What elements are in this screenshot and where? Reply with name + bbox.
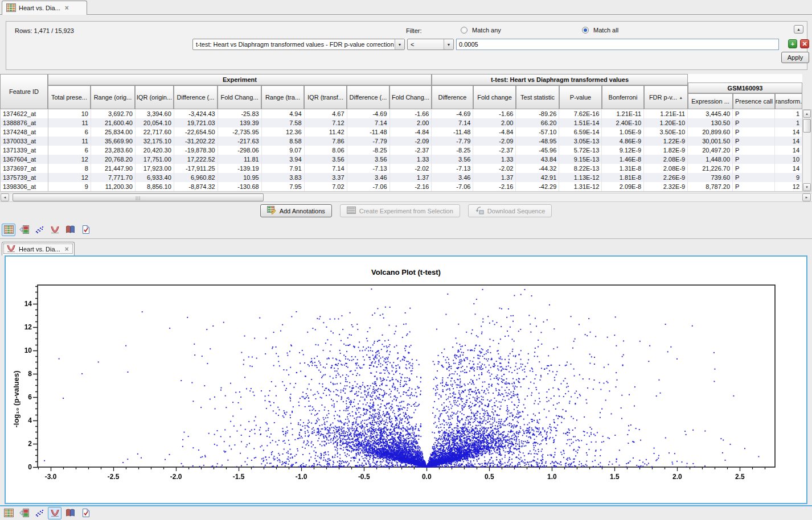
- scroll-down-icon[interactable]: ▼: [803, 183, 811, 191]
- ttest-group-header[interactable]: t-test: Heart vs Diaphragm transformed v…: [432, 74, 688, 85]
- x-tick-label: -2.5: [108, 473, 120, 481]
- experiment-group-header[interactable]: Experiment: [48, 74, 432, 85]
- table-cell: 20,497.20: [688, 146, 733, 155]
- y-tick-label: 0: [6, 463, 32, 471]
- download-sequence-button[interactable]: Download Sequence: [468, 204, 552, 217]
- column-header[interactable]: Transform...: [775, 93, 802, 109]
- column-header[interactable]: Difference (...: [347, 85, 389, 109]
- tab-table-view[interactable]: Heart vs. Dia... ×: [2, 1, 87, 15]
- collapse-filter-button[interactable]: ▲: [794, 25, 803, 34]
- column-header[interactable]: P-value: [559, 85, 602, 109]
- table-row[interactable]: 1374622_at103,692.703,394.60-3,424.43-25…: [1, 109, 802, 118]
- table-cell: 9: [775, 173, 802, 182]
- table-cell: 21,447.90: [91, 164, 136, 173]
- table-view-button[interactable]: [2, 224, 15, 236]
- experiment-view-button[interactable]: [17, 507, 31, 519]
- book-view-button[interactable]: [63, 224, 77, 236]
- table-cell: 14: [775, 164, 802, 173]
- apply-button[interactable]: Apply: [781, 52, 809, 63]
- plot-view-toolbar-strip: [0, 505, 812, 520]
- vertical-scrollbar[interactable]: ▲ ▼: [802, 109, 811, 192]
- report-view-button[interactable]: [79, 507, 92, 519]
- scroll-right-icon[interactable]: ►: [802, 193, 811, 201]
- x-tick-label: 0.5: [485, 473, 494, 481]
- table-row[interactable]: 1371339_at623,283.6020,420.30-19,878.30-…: [1, 146, 802, 155]
- table-cell: 7.14: [432, 118, 473, 127]
- scatter-plot-view-button[interactable]: [32, 224, 46, 236]
- table-cell: 9: [48, 182, 91, 191]
- column-header[interactable]: IQR (transf...: [304, 85, 347, 109]
- column-header[interactable]: Difference: [432, 85, 473, 109]
- table-cell: 1367604_at: [1, 155, 48, 164]
- scroll-left-icon[interactable]: ◄: [1, 193, 9, 201]
- match-any-radio[interactable]: Match any: [461, 27, 501, 34]
- vertical-scrollbar-thumb[interactable]: [803, 119, 811, 133]
- radio-unchecked-icon[interactable]: [461, 27, 467, 34]
- column-header[interactable]: Range (tra...: [261, 85, 304, 109]
- filter-value-input[interactable]: [456, 39, 779, 50]
- add-filter-button[interactable]: +: [788, 39, 797, 48]
- tab-volcano-plot[interactable]: Heart vs. Dia... ×: [2, 242, 75, 255]
- radio-checked-icon[interactable]: [582, 27, 589, 34]
- table-cell: -2.37: [473, 146, 516, 155]
- column-header[interactable]: Expression ...: [688, 93, 733, 109]
- table-cell: 2.40E-10: [602, 118, 644, 127]
- table-cell: 17,751.00: [136, 155, 174, 164]
- scatter-plot-view-button[interactable]: [32, 507, 46, 519]
- volcano-plot-canvas[interactable]: [6, 279, 806, 507]
- report-view-button[interactable]: [79, 224, 92, 236]
- table-cell: -8.25: [347, 146, 390, 155]
- table-row[interactable]: 1373697_at821,447.9017,923.00-17,911.25-…: [1, 164, 802, 173]
- table-cell: P: [733, 155, 775, 164]
- table-cell: 6: [48, 146, 91, 155]
- column-header[interactable]: Test statistic: [516, 85, 559, 109]
- close-icon[interactable]: ×: [65, 4, 69, 12]
- table-cell: -4.69: [432, 109, 473, 118]
- column-header[interactable]: Fold change: [473, 85, 516, 109]
- add-annotations-button[interactable]: Add Annotations: [260, 204, 332, 217]
- book-view-button[interactable]: [63, 507, 77, 519]
- match-all-radio[interactable]: Match all: [582, 27, 618, 34]
- filter-operator-dropdown[interactable]: < ▼: [407, 39, 454, 50]
- table-cell: 2.08E-9: [644, 155, 688, 164]
- table-row[interactable]: 1388876_at1121,600.4020,054.1019,721.031…: [1, 118, 802, 127]
- column-header[interactable]: Fold Chang...: [389, 85, 432, 109]
- column-header[interactable]: Difference (...: [174, 85, 218, 109]
- horizontal-scrollbar[interactable]: ◄ ||| ►: [0, 193, 812, 202]
- table-cell: 12: [775, 182, 802, 191]
- close-icon[interactable]: ×: [65, 245, 69, 253]
- table-cell: 10: [48, 109, 91, 118]
- horizontal-scrollbar-thumb[interactable]: |||: [13, 193, 264, 201]
- column-header[interactable]: Range (orig...: [91, 85, 135, 109]
- experiment-view-button[interactable]: [17, 224, 31, 236]
- filter-column-dropdown[interactable]: t-test: Heart vs Diaphragm transformed v…: [192, 39, 405, 50]
- table-cell: 19,721.03: [174, 118, 218, 127]
- create-experiment-label: Create Experiment from Selection: [359, 208, 453, 214]
- column-header[interactable]: IQR (origin...: [135, 85, 174, 109]
- experiment-group: Experiment Total prese...Range (orig...I…: [48, 74, 432, 109]
- column-header[interactable]: Presence call: [733, 93, 775, 109]
- volcano-plot-view-button[interactable]: [48, 224, 61, 236]
- remove-filter-button[interactable]: ✕: [800, 39, 809, 48]
- column-header[interactable]: Bonferroni: [602, 85, 644, 109]
- scroll-up-icon[interactable]: ▲: [803, 110, 811, 118]
- column-header[interactable]: Fold Chang...: [218, 85, 261, 109]
- create-experiment-button[interactable]: Create Experiment from Selection: [340, 204, 460, 217]
- table-cell: 12: [48, 173, 91, 182]
- table-cell: -1.66: [390, 109, 432, 118]
- table-row[interactable]: 1370033_at1135,669.9032,175.10-31,202.22…: [1, 137, 802, 146]
- table-cell: 3.56: [347, 155, 390, 164]
- table-cell: 139.39: [218, 118, 262, 127]
- table-view-button[interactable]: [2, 507, 15, 519]
- column-header-feature-id[interactable]: Feature ID: [0, 74, 48, 109]
- column-header[interactable]: FDR p-v...▲: [644, 85, 688, 109]
- table-view-icon: [4, 509, 14, 518]
- table-row[interactable]: 1375739_at127,771.706,933.406,960.8210.9…: [1, 173, 802, 182]
- column-header[interactable]: Total prese...: [48, 85, 91, 109]
- gsm-group-header[interactable]: GSM160093: [688, 82, 802, 93]
- table-row[interactable]: 1398306_at911,200.308,856.10-8,874.32-13…: [1, 182, 802, 191]
- table-row[interactable]: 1367604_at1220,768.2017,751.0017,222.521…: [1, 155, 802, 164]
- report-view-icon: [81, 509, 91, 518]
- table-row[interactable]: 1374248_at625,834.0022,717.60-22,654.50-…: [1, 127, 802, 137]
- volcano-plot-view-button[interactable]: [48, 507, 61, 519]
